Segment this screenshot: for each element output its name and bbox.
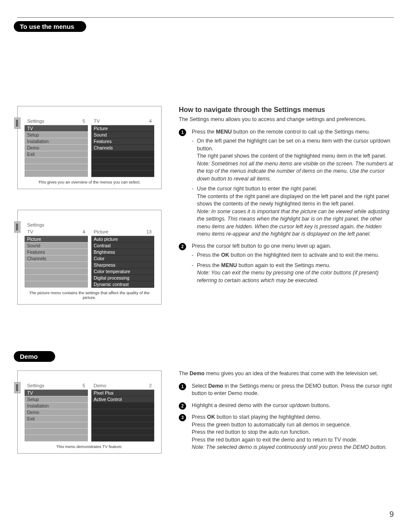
- s1d2-line1: Use the cursor right button to enter the…: [197, 186, 317, 192]
- s2d2-note: Note: You can exit the menu by pressing …: [197, 270, 379, 283]
- menu-item: [25, 164, 88, 171]
- s2d1a: Press the: [197, 252, 221, 258]
- tv-menu-figure-2: Settings TV4 PictureSoundFeaturesChannel…: [17, 210, 162, 305]
- menu-item: Contrast: [91, 243, 155, 249]
- menu-item: Features: [25, 249, 88, 255]
- menu-item: Sound: [91, 132, 155, 138]
- menu-item: [25, 435, 88, 442]
- s2d2b: MENU: [221, 262, 237, 268]
- menu-item: Features: [91, 138, 155, 145]
- introduction-paragraph-2: The color buttons refer to different act…: [23, 59, 388, 74]
- menu-item: [25, 422, 88, 429]
- ds3l3: Press the red button to stop the auto ru…: [192, 429, 310, 435]
- figure-side-tab-icon: [14, 382, 21, 393]
- demo-steps: 1 Select Demo in the Settings menu or pr…: [179, 383, 394, 451]
- s1d1-line1: On the left panel the highlight can be s…: [197, 138, 390, 152]
- demo-heading-pill: Demo: [14, 351, 55, 362]
- tv2-left-count: 4: [82, 229, 85, 234]
- tv2-left-title: TV: [27, 229, 33, 234]
- menu-item: [25, 281, 88, 288]
- demo-step-1: 1 Select Demo in the Settings menu or pr…: [179, 383, 394, 398]
- step-2-dash-2: Press the MENU button again to exit the …: [192, 262, 394, 285]
- menu-item: Sharpness: [91, 262, 155, 268]
- menu-item: [91, 158, 155, 164]
- figure-side-tab-icon: [14, 221, 21, 233]
- menu-item: [91, 164, 155, 171]
- demo-lead-c: menu gives you an idea of the features t…: [205, 370, 378, 376]
- introduction-heading: Introduction: [23, 34, 388, 42]
- tv2-help-text: The picture menu contains the settings t…: [25, 290, 154, 300]
- demo-lead: The Demo menu gives you an idea of the f…: [179, 370, 394, 376]
- tv3-left-title: Settings: [27, 383, 44, 388]
- menu-item: Picture: [25, 236, 88, 243]
- s2d1c: button on the highlighted item to activa…: [229, 252, 379, 258]
- introduction-paragraph-1: A lot of guiding instructions, help text…: [23, 45, 388, 59]
- menu-item: [25, 275, 88, 281]
- menu-item: [25, 429, 88, 435]
- ds3l4: Press the red button again to exit the d…: [192, 437, 358, 443]
- tv3-right-list: Pixel PlusActive Control: [91, 390, 155, 442]
- step-number-icon: 2: [179, 243, 186, 250]
- menu-item: [25, 262, 88, 268]
- demo-lead-a: The: [179, 370, 190, 376]
- tv3-left-list: TVSetupInstallationDemoExit: [25, 390, 88, 442]
- step-number-icon: 1: [179, 129, 186, 136]
- step-1-text-c: button on the remote control to call up …: [232, 129, 370, 135]
- tv2-right-count: 13: [146, 229, 152, 234]
- demo-lead-b: Demo: [190, 370, 205, 376]
- step-2: 2 Press the cursor left button to go one…: [179, 243, 394, 285]
- step-1-dash-2: Use the cursor right button to enter the…: [192, 185, 394, 238]
- menu-item: [25, 171, 88, 177]
- tv1-right-count: 4: [149, 118, 152, 124]
- page-top-rule: [17, 17, 394, 18]
- menu-item: Exit: [25, 151, 88, 158]
- tv3-left-count: 5: [82, 383, 85, 388]
- s1d2-note: Note: In some cases it is important that…: [197, 208, 389, 237]
- s1d1-note: Note: Sometimes not all the menu items a…: [197, 161, 393, 182]
- menu-item: Installation: [25, 403, 88, 409]
- ds1b: Demo: [208, 383, 223, 389]
- menu-item: Picture: [91, 125, 155, 132]
- menu-item: Brightness: [91, 249, 155, 255]
- menu-item: Dynamic contrast: [91, 281, 155, 288]
- step-1-menu-bold: MENU: [216, 129, 232, 135]
- introduction-box: Introduction A lot of guiding instructio…: [17, 26, 394, 80]
- how-to-heading: How to navigate through the Settings men…: [179, 106, 394, 114]
- tv3-right-count: 2: [149, 383, 152, 388]
- tv1-left-title: Settings: [27, 118, 44, 124]
- menu-item: Color: [91, 255, 155, 262]
- tv2-right-title: Picture: [94, 229, 109, 234]
- ds3l2: Press the green button to automatically …: [192, 422, 351, 428]
- tv1-left-list: TVSetupInstallationDemoExit: [25, 125, 88, 177]
- ds3b: OK: [207, 414, 215, 420]
- tv1-help-text: This gives you an overview of the menus …: [25, 180, 154, 184]
- step-1: 1 Press the MENU button on the remote co…: [179, 128, 394, 238]
- section-to-use-menus: To use the menus Introduction A lot of g…: [17, 21, 394, 80]
- tv2-left-list: PictureSoundFeaturesChannels: [25, 236, 88, 288]
- ds3a: Press: [192, 414, 207, 420]
- tv-menu-figure-1: Settings5 TVSetupInstallationDemoExit TV…: [17, 106, 162, 189]
- tv3-right-title: Demo: [94, 383, 106, 388]
- demo-right-column: The Demo menu gives you an idea of the f…: [179, 370, 394, 456]
- figure-side-tab-icon: [14, 118, 21, 129]
- menu-item: Channels: [91, 145, 155, 151]
- menu-item: Demo: [25, 145, 88, 151]
- section-heading-pill: To use the menus: [14, 21, 86, 32]
- demo-step-2: 2 Highlight a desired demo with the curs…: [179, 402, 394, 410]
- tv3-help-text: This menu demonstrates TV feature.: [25, 444, 154, 449]
- tv2-breadcrumb: Settings: [25, 222, 154, 229]
- page-number: 9: [389, 510, 394, 519]
- menu-item: Color temperature: [91, 268, 155, 275]
- ds3-note: Note: The selected demo is played contin…: [192, 444, 387, 450]
- s2d2c: button again to exit the Settings menu.: [237, 262, 330, 268]
- tv1-right-list: PictureSoundFeaturesChannels: [91, 125, 155, 177]
- s1d2-line2: The contents of the right panel are disp…: [197, 193, 389, 207]
- menu-item: Demo: [25, 409, 88, 416]
- step-1-text-a: Press the: [192, 129, 216, 135]
- menu-item: [91, 416, 155, 422]
- tv1-left-count: 5: [82, 118, 85, 124]
- demo-step-3: 3 Press OK button to start playing the h…: [179, 414, 394, 451]
- menu-item: Digital processing: [91, 275, 155, 281]
- menu-item: Active Control: [91, 396, 155, 403]
- menu-item: Pixel Plus: [91, 390, 155, 396]
